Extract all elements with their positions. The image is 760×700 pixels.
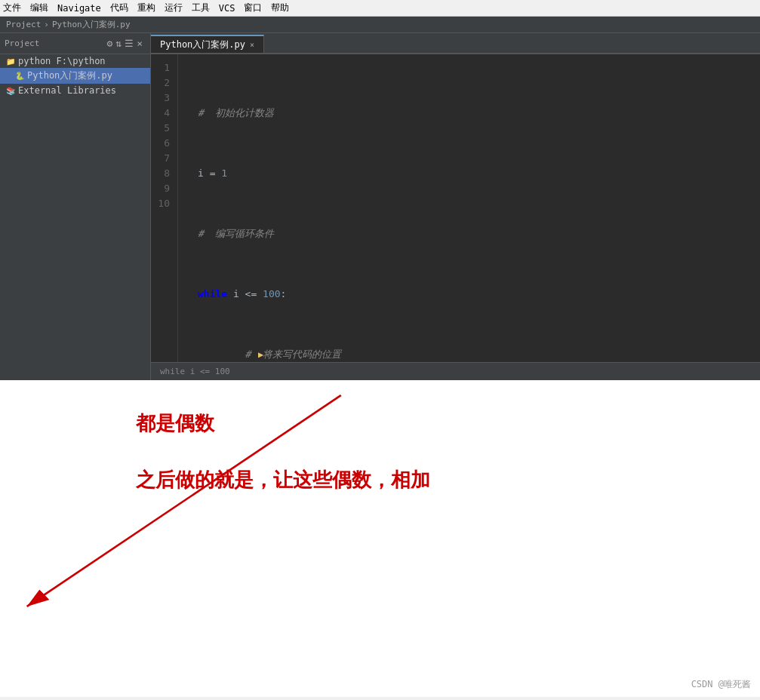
sidebar-item-ext[interactable]: 📚 External Libraries [0,84,150,97]
line-num-10: 10 [151,196,174,211]
sidebar: Project ⚙ ⇅ ☰ × 📁 python F:\python 🐍 Pyt… [0,33,151,380]
annotation-area: 都是偶数 之后做的就是，让这些偶数，相加 [0,380,760,697]
sidebar-item-python[interactable]: 📁 python F:\python [0,54,150,68]
sidebar-toolbar: Project ⚙ ⇅ ☰ × [0,33,150,54]
line-num-6: 6 [151,136,174,151]
code-line-3: # 编写循环条件 [187,226,751,241]
code-text-1: # 初始化计数器 [198,106,274,121]
line-num-5: 5 [151,121,174,136]
code-line-4: while i <= 100: [187,287,751,302]
close-icon[interactable]: × [137,38,143,49]
sidebar-label: Project [5,38,39,48]
line-num-4: 4 [151,106,174,121]
bottom-panel: Python入门案例 72 74 76 78 80 82 84 86 88 90… [0,380,760,697]
code-text-5: # 将来写代码的位置 [198,347,341,362]
python-label: python F:\python [18,56,106,66]
watermark: CSDN @唯死酱 [691,678,751,691]
line-num-7: 7 [151,151,174,166]
ide-container: Project ⚙ ⇅ ☰ × 📁 python F:\python 🐍 Pyt… [0,33,760,380]
file-icon: 🐍 [15,72,24,80]
annotation-text-1: 都是偶数 [136,410,745,437]
code-text-2: i = 1 [198,166,227,181]
menu-item-navigate[interactable]: Navigate [57,3,101,14]
menu-item-run[interactable]: 运行 [165,2,183,14]
code-line-5: ▶ # 将来写代码的位置 [187,347,751,362]
tab-close-button[interactable]: × [250,41,254,49]
breadcrumb-bar: Project › Python入门案例.py [0,17,760,33]
breadcrumb-project[interactable]: Project [6,20,41,29]
expand-icon[interactable]: ⇅ [115,38,122,49]
line-num-2: 2 [151,75,174,91]
file-label: Python入门案例.py [27,69,112,82]
tab-python[interactable]: Python入门案例.py × [151,35,264,53]
sidebar-icons: ⚙ ⇅ ☰ × [104,38,146,49]
status-bar: while i <= 100 [151,362,760,380]
editor-area: Python入门案例.py × 1 2 3 4 5 6 7 8 9 10 [151,33,760,380]
menu-item-tools[interactable]: 工具 [192,2,210,14]
line-numbers: 1 2 3 4 5 6 7 8 9 10 [151,54,178,362]
menu-bar: 文件 编辑 Navigate 代码 重构 运行 工具 VCS 窗口 帮助 [0,0,760,17]
code-line-1: # 初始化计数器 [187,106,751,121]
line-num-3: 3 [151,91,174,106]
menu-item-help[interactable]: 帮助 [271,2,289,14]
menu-item-code[interactable]: 代码 [110,2,128,14]
sidebar-item-file[interactable]: 🐍 Python入门案例.py [0,68,150,84]
lib-icon: 📚 [6,87,15,95]
ext-label: External Libraries [18,85,116,96]
code-content[interactable]: # 初始化计数器 i = 1 # 编写循环条件 while i <= 100: [178,54,760,362]
tab-bar: Python入门案例.py × [151,33,760,54]
line-num-1: 1 [151,60,174,75]
breadcrumb-file: Python入门案例.py [52,19,131,30]
menu-item-refactor[interactable]: 重构 [137,2,155,14]
code-text-3: # 编写循环条件 [198,226,274,241]
menu-item-vcs[interactable]: VCS [219,3,235,14]
menu-item-edit[interactable]: 编辑 [30,2,48,14]
bp-5: ▶ [187,332,198,362]
settings-icon[interactable]: ☰ [125,38,134,49]
tab-label: Python入门案例.py [160,38,245,51]
code-editor[interactable]: 1 2 3 4 5 6 7 8 9 10 # 初始化计数器 [151,54,760,362]
menu-item-file[interactable]: 文件 [3,2,21,14]
code-text-4: while i <= 100: [198,287,286,302]
annotation-text-2: 之后做的就是，让这些偶数，相加 [136,467,745,493]
line-num-9: 9 [151,181,174,196]
status-text: while i <= 100 [160,367,230,376]
menu-item-window[interactable]: 窗口 [244,2,262,14]
gear-icon[interactable]: ⚙ [107,38,113,49]
code-line-2: i = 1 [187,166,751,181]
line-num-8: 8 [151,166,174,181]
folder-icon: 📁 [6,57,15,66]
